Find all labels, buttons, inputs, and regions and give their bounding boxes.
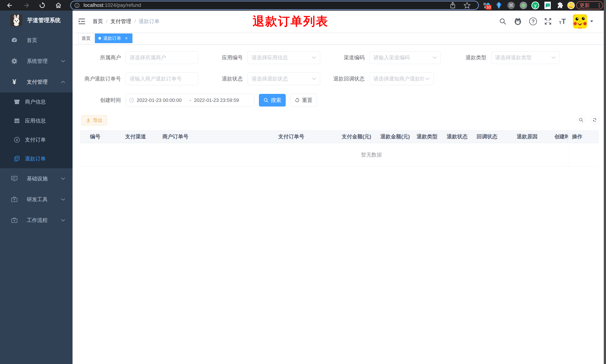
date-start-value[interactable]: 2022-01-23 00:00:00 [137,97,186,103]
col-pay-channel: 支付渠道 [121,133,159,140]
grid-icon [14,118,20,124]
chevron-down-icon [61,219,66,222]
app-select[interactable]: 请选择应用信息 [248,51,320,64]
create-time-range-picker[interactable]: 2022-01-23 00:00:00 - 2022-01-23 23:59:5… [126,94,254,106]
empty-text: 暂无数据 [361,151,382,158]
search-button[interactable]: 搜索 [259,94,286,106]
address-bar[interactable]: localhost:1024/pay/refund [70,1,479,10]
col-actions: 操作 [568,130,599,143]
col-pay-order-no: 支付订单号 [275,133,338,140]
tag-refund-order[interactable]: 退款订单 × [95,33,132,43]
merchant-select[interactable]: 请选择所属商户 [126,51,198,64]
extensions-puzzle-icon[interactable] [555,1,564,10]
share-icon[interactable] [449,2,456,9]
refresh-table-button[interactable] [590,116,599,124]
site-info-icon[interactable] [74,2,80,9]
sidebar-item-dev-tools[interactable]: 研发工具 [0,189,73,210]
sidebar-item-label: 支付管理 [27,78,48,86]
tag-close-icon[interactable]: × [124,36,129,41]
help-icon[interactable]: ? [529,17,537,25]
yen-circle-icon: ¥ [14,136,20,143]
chevron-down-icon [551,56,556,59]
filter-label-create-time: 创建时间 [80,94,121,106]
browser-menu-icon[interactable] [599,3,600,7]
monitor-chart-icon [11,175,18,182]
reset-button[interactable]: 重置 [290,94,317,106]
url-text: localhost:1024/pay/refund [83,2,141,8]
sidebar-item-refund-order[interactable]: 退款订单 [0,149,73,168]
extension-chat-icon[interactable] [543,1,552,10]
refund-type-select[interactable]: 请选择退款类型 [491,51,560,64]
logo-rabbit-image [10,14,22,26]
export-button[interactable]: 导出 [81,115,107,126]
active-tag-dot [98,37,101,39]
extension-record-icon[interactable] [519,1,527,10]
window-scrollbar[interactable] [604,0,606,364]
main-panel: 首页 / 支付管理 / 退款订单 退款订单列表 ? TT [73,11,604,364]
profile-emoji-icon[interactable] [567,1,575,10]
browser-update-button[interactable]: 更新 [576,1,603,9]
refund-status-select[interactable]: 请选择退款状态 [248,73,320,85]
sidebar-collapse-icon[interactable] [78,18,86,25]
breadcrumb-pay[interactable]: 支付管理 [110,18,131,25]
fixed-column-divider [568,143,568,167]
browser-reload-button[interactable] [38,1,46,9]
col-id: 编号 [80,133,121,140]
bookmark-star-icon[interactable] [463,2,471,9]
github-icon[interactable] [514,17,522,26]
header-search-icon[interactable] [499,18,506,25]
sidebar-item-label: 首页 [27,37,37,44]
table-empty-row: 暂无数据 [80,143,599,167]
sidebar-item-label: 支付订单 [25,136,46,143]
shop-icon [14,99,20,105]
browser-chrome: localhost:1024/pay/refund 10 ⌘ y 更新 [0,0,606,11]
app-title: 芋道管理系统 [27,16,61,24]
refund-doc-icon [14,156,20,162]
extension-y-icon[interactable]: y [531,1,540,10]
chevron-down-icon [312,56,316,59]
col-refund-amount: 退款金额(元) [377,133,413,140]
font-size-icon[interactable]: TT [559,18,566,25]
command-glyph: ⌘ [509,3,514,8]
sidebar-item-pay[interactable]: ¥ 支付管理 [0,72,73,92]
user-menu[interactable] [573,14,593,28]
top-navbar: 首页 / 支付管理 / 退款订单 退款订单列表 ? TT [73,11,604,32]
toggle-search-button[interactable] [577,116,585,124]
channel-select[interactable]: 请输入渠道编码 [369,51,441,64]
sidebar-item-home[interactable]: 首页 [0,30,73,51]
fullscreen-icon[interactable] [544,17,552,25]
sidebar-item-merchant-info[interactable]: 商户信息 [0,92,73,111]
sidebar-item-workflow[interactable]: 工作流程 [0,210,73,231]
dashboard-icon [11,37,18,44]
extension-command-icon[interactable]: ⌘ [507,1,515,10]
update-label: 更新 [580,2,590,9]
refresh-icon [295,98,300,103]
notify-status-select[interactable]: 请选择通知商户退款结果的 [369,73,434,85]
col-refund-type: 退款类型 [413,133,443,140]
col-merchant-order-no: 商户订单号 [159,133,275,140]
navbar-actions: ? TT [499,11,593,32]
filter-label-merchant: 所属商户 [80,51,121,64]
sidebar-item-app-info[interactable]: 应用信息 [0,111,73,130]
sidebar-item-label: 工作流程 [27,217,48,224]
chevron-down-icon [61,177,66,180]
browser-home-button[interactable] [54,1,62,9]
sidebar-item-system[interactable]: 系统管理 [0,51,73,72]
chevron-down-icon [61,60,66,63]
extension-gem-icon[interactable] [495,1,503,10]
merchant-refund-no-input[interactable]: 请输入商户退款订单号 [126,73,198,85]
breadcrumb-home[interactable]: 首页 [93,18,103,25]
app-logo[interactable]: 芋道管理系统 [0,11,73,30]
tag-home[interactable]: 首页 [78,33,94,43]
filter-label-refund-status: 退款状态 [202,73,243,85]
sidebar-item-pay-order[interactable]: ¥ 支付订单 [0,130,73,149]
date-end-value[interactable]: 2022-01-23 23:59:59 [194,97,242,103]
col-refund-reason: 退款原因 [513,133,551,140]
browser-forward-button[interactable] [22,1,30,9]
sidebar-item-infra[interactable]: 基础设施 [0,168,73,189]
briefcase-icon [11,196,18,203]
browser-back-button[interactable] [6,1,14,9]
filter-label-merchant-refund-no: 商户退款订单号 [80,73,121,85]
breadcrumb-current: 退款订单 [139,18,159,25]
avatar[interactable] [573,14,587,28]
